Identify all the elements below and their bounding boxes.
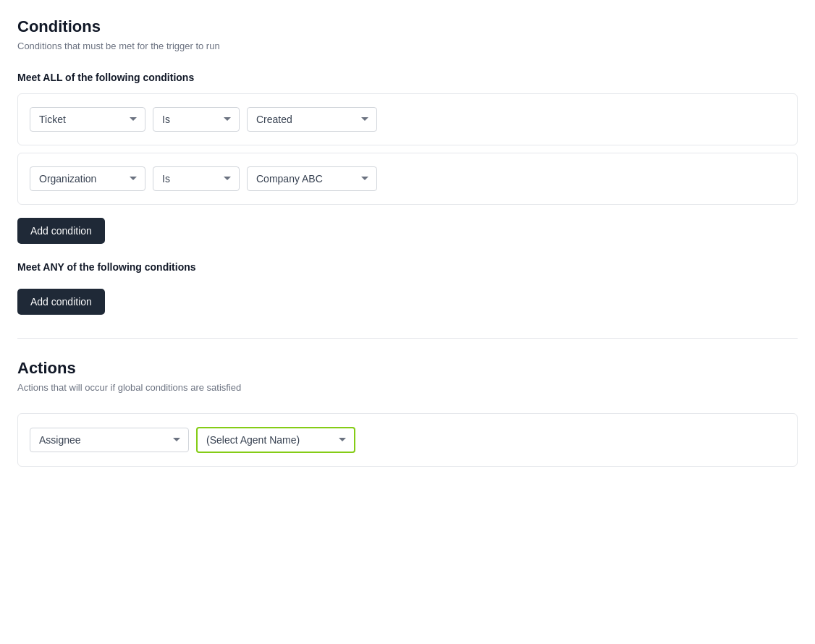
section-divider [17, 338, 798, 339]
all-condition-2-value-select[interactable]: Company ABC Company XYZ [247, 166, 377, 191]
all-condition-2-operator-select[interactable]: Is Is not Contains Does not contain [153, 166, 240, 191]
all-condition-1-operator-select[interactable]: Is Is not Contains Does not contain [153, 107, 240, 132]
action-agent-select[interactable]: (Select Agent Name) Agent 1 Agent 2 [196, 427, 355, 453]
meet-any-label: Meet ANY of the following conditions [17, 261, 798, 273]
action-row-1: Assignee Status Priority Tags (Select Ag… [17, 413, 798, 467]
action-field-select[interactable]: Assignee Status Priority Tags [30, 428, 189, 452]
actions-section: Actions Actions that will occur if globa… [17, 359, 798, 467]
conditions-title: Conditions [17, 17, 798, 36]
all-condition-row-2: Ticket Organization Assignee Status Prio… [17, 153, 798, 205]
all-condition-row-1: Ticket Organization Assignee Status Prio… [17, 93, 798, 145]
all-condition-2-field-select[interactable]: Ticket Organization Assignee Status Prio… [30, 166, 145, 191]
all-condition-1-value-select[interactable]: Created Updated Solved Closed [247, 107, 377, 132]
conditions-subtitle: Conditions that must be met for the trig… [17, 41, 798, 51]
add-any-condition-button[interactable]: Add condition [17, 289, 105, 315]
all-condition-1-field-select[interactable]: Ticket Organization Assignee Status Prio… [30, 107, 145, 132]
actions-subtitle: Actions that will occur if global condit… [17, 382, 798, 393]
add-all-condition-button[interactable]: Add condition [17, 218, 105, 244]
meet-all-label: Meet ALL of the following conditions [17, 72, 798, 83]
actions-title: Actions [17, 359, 798, 378]
